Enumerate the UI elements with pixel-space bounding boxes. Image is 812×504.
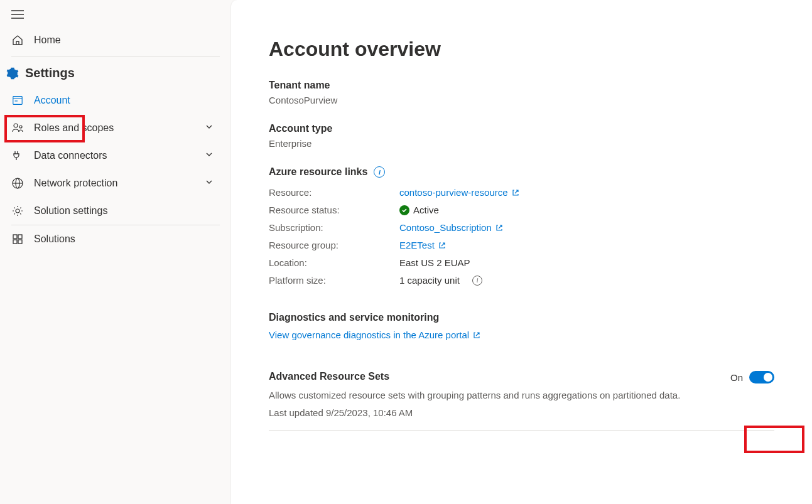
resource-link[interactable]: contoso-purview-resource xyxy=(399,184,519,201)
advanced-heading: Advanced Resource Sets xyxy=(269,371,705,382)
info-icon[interactable]: i xyxy=(374,166,385,178)
resource-status-key: Resource status: xyxy=(269,201,399,219)
gear-icon xyxy=(6,67,19,80)
platform-size-key: Platform size: xyxy=(269,272,399,289)
subscription-row: Subscription: Contoso_Subscription xyxy=(269,219,774,237)
sidebar-item-label: Solutions xyxy=(34,233,75,245)
main-content: Account overview Tenant name ContosoPurv… xyxy=(231,0,812,504)
resource-group-key: Resource group: xyxy=(269,237,399,254)
resource-status-row: Resource status: Active xyxy=(269,201,774,219)
sidebar: Home Settings Account Roles and scopes xyxy=(0,0,231,504)
sidebar-item-label: Home xyxy=(34,35,61,46)
subscription-link[interactable]: Contoso_Subscription xyxy=(399,219,503,237)
resource-key: Resource: xyxy=(269,184,399,201)
sidebar-item-label: Data connectors xyxy=(34,150,107,161)
svg-rect-3 xyxy=(13,97,22,105)
status-success-icon xyxy=(399,205,409,215)
chevron-down-icon xyxy=(205,150,214,161)
network-icon xyxy=(11,177,24,190)
chevron-down-icon xyxy=(205,122,214,134)
advanced-toggle-group: On xyxy=(730,371,774,383)
connectors-icon xyxy=(11,149,24,162)
advanced-description: Allows customized resource sets with gro… xyxy=(269,389,705,402)
advanced-updated: Last updated 9/25/2023, 10:46 AM xyxy=(269,406,705,420)
external-link-icon xyxy=(473,331,480,339)
sidebar-item-label: Solution settings xyxy=(34,205,107,217)
sidebar-item-roles[interactable]: Roles and scopes xyxy=(0,114,231,142)
solutions-icon xyxy=(11,233,24,245)
location-value: East US 2 EUAP xyxy=(399,254,470,272)
hamburger-menu[interactable] xyxy=(0,8,231,25)
platform-size-row: Platform size: 1 capacity unit i xyxy=(269,272,774,289)
info-icon[interactable]: i xyxy=(472,276,482,286)
sidebar-item-label: Roles and scopes xyxy=(34,122,114,134)
sidebar-item-label: Network protection xyxy=(34,178,117,189)
location-key: Location: xyxy=(269,254,399,272)
advanced-toggle[interactable] xyxy=(749,371,774,383)
account-type-section: Account type Enterprise xyxy=(269,123,774,149)
resource-group-row: Resource group: E2ETest xyxy=(269,237,774,254)
location-row: Location: East US 2 EUAP xyxy=(269,254,774,272)
svg-point-11 xyxy=(16,209,19,213)
external-link-icon xyxy=(512,189,519,196)
external-link-icon xyxy=(438,242,446,249)
chevron-down-icon xyxy=(205,178,214,189)
tenant-name-label: Tenant name xyxy=(269,80,774,91)
toggle-label: On xyxy=(730,372,743,383)
svg-point-7 xyxy=(19,126,22,128)
advanced-resource-sets-section: Advanced Resource Sets Allows customized… xyxy=(269,371,774,431)
tenant-name-value: ContosoPurview xyxy=(269,95,774,105)
sidebar-item-account[interactable]: Account xyxy=(0,87,231,114)
account-icon xyxy=(11,94,24,107)
resource-group-link[interactable]: E2ETest xyxy=(399,237,446,254)
roles-icon xyxy=(11,122,24,134)
sidebar-item-solution-settings[interactable]: Solution settings xyxy=(0,197,231,225)
subscription-key: Subscription: xyxy=(269,219,399,237)
account-type-value: Enterprise xyxy=(269,138,774,149)
svg-point-6 xyxy=(14,124,18,127)
external-link-icon xyxy=(495,224,503,232)
sidebar-item-label: Account xyxy=(34,95,70,106)
settings-heading: Settings xyxy=(0,57,231,87)
page-title: Account overview xyxy=(269,38,774,61)
resource-status-value: Active xyxy=(413,201,439,219)
platform-size-value: 1 capacity unit xyxy=(399,272,460,289)
svg-rect-13 xyxy=(18,235,22,239)
hamburger-icon xyxy=(11,10,24,19)
azure-links-heading: Azure resource links i xyxy=(269,166,774,178)
sidebar-item-home[interactable]: Home xyxy=(0,25,231,56)
home-icon xyxy=(11,34,24,46)
solution-settings-icon xyxy=(11,205,24,217)
svg-rect-15 xyxy=(18,240,22,244)
sidebar-item-network[interactable]: Network protection xyxy=(0,169,231,197)
diagnostics-link[interactable]: View governance diagnostics in the Azure… xyxy=(269,330,480,340)
svg-rect-14 xyxy=(13,240,17,244)
account-type-label: Account type xyxy=(269,123,774,134)
svg-rect-12 xyxy=(13,235,17,239)
diagnostics-section: Diagnostics and service monitoring View … xyxy=(269,312,774,341)
resource-row: Resource: contoso-purview-resource xyxy=(269,184,774,201)
tenant-section: Tenant name ContosoPurview xyxy=(269,80,774,105)
settings-heading-label: Settings xyxy=(25,66,75,80)
diagnostics-heading: Diagnostics and service monitoring xyxy=(269,312,774,323)
sidebar-item-solutions[interactable]: Solutions xyxy=(0,225,231,253)
sidebar-item-connectors[interactable]: Data connectors xyxy=(0,142,231,169)
